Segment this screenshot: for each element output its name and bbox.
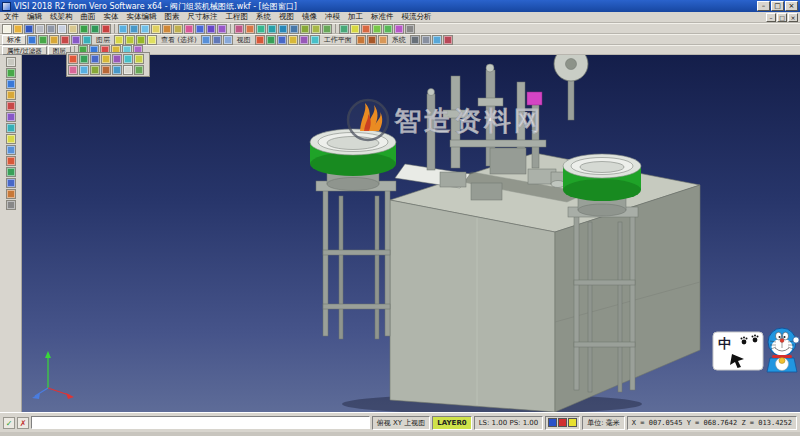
grid-icon[interactable] (372, 24, 382, 34)
side-tool-5-icon[interactable] (6, 112, 16, 122)
open-folder-icon[interactable] (13, 24, 23, 34)
print-icon[interactable] (35, 24, 45, 34)
views-3-icon[interactable] (288, 35, 298, 45)
copy-icon[interactable] (57, 24, 67, 34)
cancel-x-icon[interactable]: ✗ (17, 417, 29, 429)
zoom-fit-icon[interactable] (140, 24, 150, 34)
menu-item-2[interactable]: 线架构 (46, 12, 77, 22)
circle-icon[interactable] (217, 24, 227, 34)
chamfer-icon[interactable] (311, 24, 321, 34)
delete-icon[interactable] (101, 24, 111, 34)
side-tool-11-icon[interactable] (6, 178, 16, 188)
snap-icon[interactable] (383, 24, 393, 34)
palette-tool-10-icon[interactable] (101, 65, 111, 75)
menu-item-6[interactable]: 图素 (161, 12, 184, 22)
menu-item-1[interactable]: 编辑 (23, 12, 46, 22)
child-minimize-button[interactable]: – (766, 13, 776, 22)
select-1-icon[interactable] (212, 35, 222, 45)
palette-tool-7-icon[interactable] (68, 65, 78, 75)
new-file-icon[interactable] (2, 24, 12, 34)
child-close-button[interactable]: × (788, 13, 798, 22)
system-2-icon[interactable] (432, 35, 442, 45)
paste-icon[interactable] (68, 24, 78, 34)
side-tool-1-icon[interactable] (6, 68, 16, 78)
workplane-0-icon[interactable] (356, 35, 366, 45)
menu-item-3[interactable]: 曲面 (77, 12, 100, 22)
ctx0-4-icon[interactable] (71, 35, 81, 45)
views-1-icon[interactable] (266, 35, 276, 45)
panel-tab-0[interactable]: 属性/过滤器 (2, 46, 47, 55)
swatch-0-icon[interactable] (548, 418, 557, 427)
menu-item-14[interactable]: 标准件 (367, 12, 398, 22)
menu-item-5[interactable]: 实体编辑 (123, 12, 161, 22)
workplane-2-icon[interactable] (378, 35, 388, 45)
close-button[interactable]: × (785, 1, 798, 11)
zoom-out-icon[interactable] (129, 24, 139, 34)
palette-tool-5-icon[interactable] (123, 54, 133, 64)
side-tool-9-icon[interactable] (6, 156, 16, 166)
ctx0-0-icon[interactable] (27, 35, 37, 45)
options-icon[interactable] (405, 24, 415, 34)
menu-item-15[interactable]: 模流分析 (398, 12, 436, 22)
layers-1-icon[interactable] (125, 35, 135, 45)
child-restore-button[interactable]: □ (777, 13, 787, 22)
active-layer[interactable]: LAYER0 (432, 416, 471, 430)
save-icon[interactable] (24, 24, 34, 34)
boolean-icon[interactable] (339, 24, 349, 34)
surface-icon[interactable] (256, 24, 266, 34)
system-1-icon[interactable] (421, 35, 431, 45)
menu-item-10[interactable]: 视图 (275, 12, 298, 22)
system-3-icon[interactable] (443, 35, 453, 45)
palette-tool-13-icon[interactable] (134, 65, 144, 75)
fillet-icon[interactable] (300, 24, 310, 34)
confirm-check-icon[interactable]: ✓ (3, 417, 15, 429)
side-tool-2-icon[interactable] (6, 79, 16, 89)
palette-tool-6-icon[interactable] (134, 54, 144, 64)
palette-tool-12-icon[interactable] (123, 65, 133, 75)
palette-tool-2-icon[interactable] (90, 54, 100, 64)
swatch-2-icon[interactable] (568, 418, 577, 427)
palette-tool-0-icon[interactable] (68, 54, 78, 64)
palette-tool-9-icon[interactable] (90, 65, 100, 75)
layers-2-icon[interactable] (136, 35, 146, 45)
side-tool-3-icon[interactable] (6, 90, 16, 100)
menu-item-8[interactable]: 工程图 (222, 12, 253, 22)
select-2-icon[interactable] (223, 35, 233, 45)
menu-item-13[interactable]: 加工 (344, 12, 367, 22)
layer-manager-icon[interactable] (350, 24, 360, 34)
wcs-icon[interactable] (361, 24, 371, 34)
views-2-icon[interactable] (277, 35, 287, 45)
side-tool-13-icon[interactable] (6, 200, 16, 210)
revolve-icon[interactable] (289, 24, 299, 34)
side-tool-12-icon[interactable] (6, 189, 16, 199)
view-orientation[interactable]: 俯视 XY 上视图 (372, 416, 431, 430)
ctx0-3-icon[interactable] (60, 35, 70, 45)
pan-icon[interactable] (151, 24, 161, 34)
maximize-button[interactable]: □ (771, 1, 784, 11)
menu-item-7[interactable]: 尺寸标注 (184, 12, 222, 22)
ctx0-5-icon[interactable] (82, 35, 92, 45)
side-tool-6-icon[interactable] (6, 123, 16, 133)
system-0-icon[interactable] (410, 35, 420, 45)
curve-icon[interactable] (245, 24, 255, 34)
palette-tool-4-icon[interactable] (112, 54, 122, 64)
side-tool-4-icon[interactable] (6, 101, 16, 111)
zoom-in-icon[interactable] (118, 24, 128, 34)
viewport-3d[interactable]: 智造资料网 (22, 55, 800, 412)
palette-tool-3-icon[interactable] (101, 54, 111, 64)
menu-item-4[interactable]: 实体 (100, 12, 123, 22)
solid-icon[interactable] (267, 24, 277, 34)
bowl-feeder-left[interactable] (310, 129, 396, 339)
menu-item-0[interactable]: 文件 (0, 12, 23, 22)
layers-0-icon[interactable] (114, 35, 124, 45)
minimize-button[interactable]: – (757, 1, 770, 11)
rotate-view-icon[interactable] (162, 24, 172, 34)
ctx0-1-icon[interactable] (38, 35, 48, 45)
menu-item-12[interactable]: 冲模 (321, 12, 344, 22)
palette-tool-1-icon[interactable] (79, 54, 89, 64)
side-tool-10-icon[interactable] (6, 167, 16, 177)
side-tool-0-icon[interactable] (6, 57, 16, 67)
ime-sticker[interactable]: 中 (712, 324, 800, 378)
palette-tool-11-icon[interactable] (112, 65, 122, 75)
redo-icon[interactable] (90, 24, 100, 34)
